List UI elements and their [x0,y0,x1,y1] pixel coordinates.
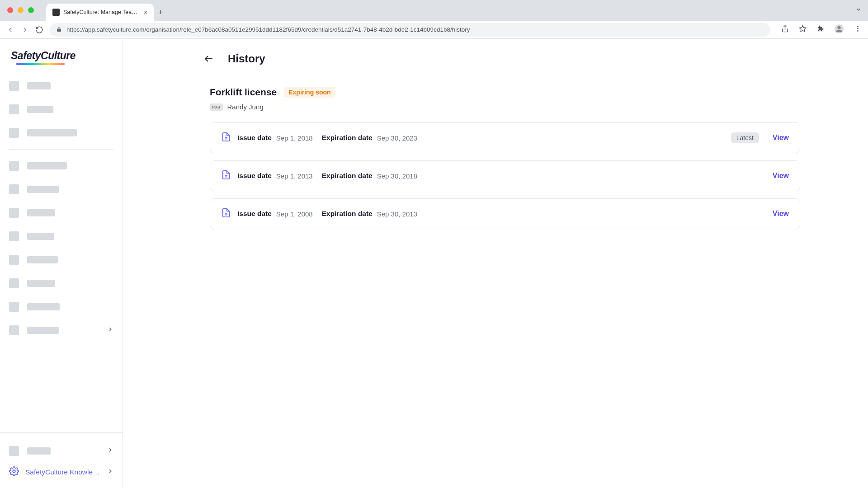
sidebar-item-skeleton [9,295,113,319]
tab-favicon [52,9,60,16]
window-minimize-button[interactable] [18,7,24,13]
expiration-date-value: Sep 30, 2018 [377,172,417,180]
browser-toolbar: https://app.safetyculture.com/organisati… [0,21,868,39]
expiration-date-value: Sep 30, 2013 [377,210,417,218]
window-controls [7,7,34,13]
history-card: Issue date Sep 1, 2013 Expiration date S… [210,160,800,191]
chevron-right-icon [107,326,113,334]
star-icon[interactable] [799,25,807,34]
issue-date-value: Sep 1, 2013 [276,172,313,180]
issue-date-label: Issue date [237,172,272,180]
sidebar-bottom: SafetyCulture Knowledge Man... [0,432,123,488]
svg-point-6 [857,30,859,32]
sidebar-item-skeleton [9,74,113,98]
credential-title: Forklift license [210,87,277,98]
app-root: SafetyCulture [0,39,868,488]
view-link[interactable]: View [773,172,789,180]
history-list: Issue date Sep 1, 2018 Expiration date S… [150,122,841,229]
sidebar-item-skeleton [9,178,113,201]
page-title: History [228,52,265,65]
new-tab-button[interactable]: + [154,4,167,21]
sidebar-item-skeleton [9,98,113,121]
document-icon [221,170,231,182]
card-body: Issue date Sep 1, 2013 Expiration date S… [237,172,759,180]
svg-point-3 [837,26,840,29]
sidebar-item-skeleton [9,121,113,145]
expiration-date-label: Expiration date [322,210,373,218]
nav-forward-icon[interactable] [21,26,29,34]
page-header: History [150,52,841,65]
chevron-right-icon [107,447,113,455]
svg-point-4 [857,26,859,27]
view-link[interactable]: View [773,134,789,142]
logo-underline [16,63,65,65]
sidebar-divider [9,149,113,150]
expiration-date-value: Sep 30, 2023 [377,134,417,142]
issue-date-label: Issue date [237,210,272,218]
browser-right-icons [781,24,862,36]
sidebar-knowledge-label: SafetyCulture Knowledge Man... [25,467,101,477]
credential-header: Forklift license Expiring soon RAJ Randy… [150,87,841,111]
latest-badge: Latest [731,132,759,143]
user-name: Randy Jung [227,103,264,111]
user-row: RAJ Randy Jung [210,103,841,111]
issue-date-value: Sep 1, 2018 [276,134,313,142]
lock-icon [56,26,62,34]
history-card: Issue date Sep 1, 2018 Expiration date S… [210,122,800,153]
history-card: Issue date Sep 1, 2008 Expiration date S… [210,198,800,229]
issue-date-value: Sep 1, 2008 [276,210,313,218]
expiration-date-label: Expiration date [322,172,373,180]
view-link[interactable]: View [773,210,789,218]
sidebar-item-skeleton [9,201,113,225]
svg-point-7 [13,470,15,473]
sidebar-item-skeleton [9,225,113,248]
document-icon [221,132,231,144]
tab-title: SafetyCulture: Manage Teams and ... [63,9,140,15]
main-content: History Forklift license Expiring soon R… [123,39,868,488]
expiration-date-label: Expiration date [322,134,373,142]
browser-chrome: SafetyCulture: Manage Teams and ... × + [0,0,868,21]
svg-point-5 [857,28,859,29]
avatar: RAJ [210,103,223,111]
card-body: Issue date Sep 1, 2018 Expiration date S… [237,134,725,142]
chevron-right-icon [107,468,113,476]
sidebar-item-skeleton [9,248,113,272]
status-badge: Expiring soon [284,87,335,98]
issue-date-label: Issue date [237,134,272,142]
share-icon[interactable] [781,25,789,34]
sidebar-item-skeleton [9,439,113,463]
menu-icon[interactable] [854,25,862,34]
extensions-icon[interactable] [816,25,824,34]
logo-wrap: SafetyCulture [0,39,123,74]
window-close-button[interactable] [7,7,13,13]
tab-close-icon[interactable]: × [144,9,147,15]
svg-marker-1 [799,25,806,31]
browser-tab[interactable]: SafetyCulture: Manage Teams and ... × [46,4,154,21]
document-icon [221,208,231,220]
credential-title-row: Forklift license Expiring soon [210,87,841,98]
back-button[interactable] [203,53,214,64]
gear-icon [9,466,19,478]
profile-icon[interactable] [834,24,844,36]
card-body: Issue date Sep 1, 2008 Expiration date S… [237,210,759,218]
sidebar-menu [0,74,123,432]
sidebar-item-skeleton [9,154,113,178]
tabs-dropdown-icon[interactable] [855,6,862,14]
window-maximize-button[interactable] [28,7,34,13]
nav-back-icon[interactable] [6,26,14,34]
sidebar: SafetyCulture [0,39,123,488]
logo: SafetyCulture [11,50,112,62]
nav-reload-icon[interactable] [35,26,43,34]
sidebar-item-knowledge[interactable]: SafetyCulture Knowledge Man... [9,463,113,482]
url-bar[interactable]: https://app.safetyculture.com/organisati… [50,23,770,37]
url-text: https://app.safetyculture.com/organisati… [66,26,470,33]
sidebar-item-skeleton [9,319,113,342]
sidebar-item-skeleton [9,272,113,295]
